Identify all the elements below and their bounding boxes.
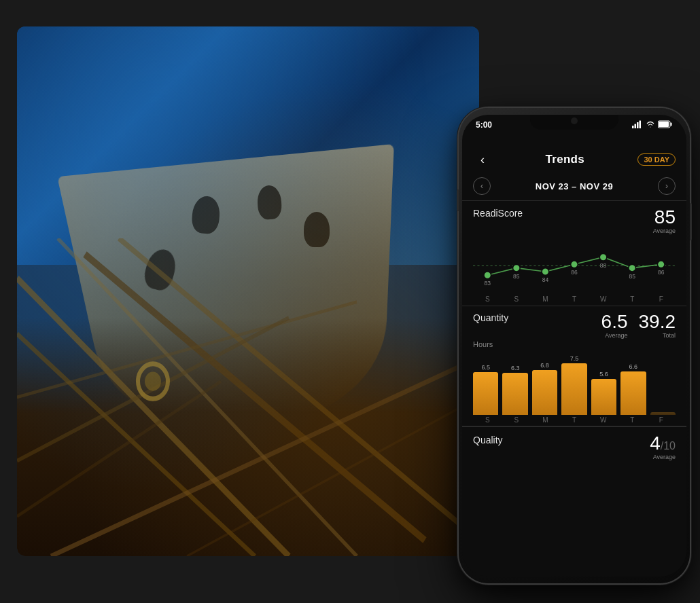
day-badge[interactable]: 30 DAY — [637, 153, 676, 166]
bar-group-7 — [650, 355, 676, 415]
notch — [530, 115, 618, 130]
svg-text:84: 84 — [542, 276, 549, 282]
next-date-button[interactable]: › — [658, 177, 676, 195]
bar-3 — [532, 370, 557, 415]
quantity-bar-chart: 6.5 6.3 6.8 — [462, 351, 686, 426]
svg-rect-13 — [635, 124, 637, 129]
day-label-s1: S — [473, 295, 502, 303]
svg-rect-15 — [640, 121, 642, 129]
screen-content: ‹ Trends 30 DAY ‹ NOV 23 – NOV 29 › — [462, 145, 686, 577]
camera-dot — [571, 117, 578, 124]
bar-group-1: 6.5 — [473, 355, 498, 415]
bar-day-w: W — [589, 416, 618, 424]
bar-day-f: F — [646, 416, 676, 424]
nav-header: ‹ Trends 30 DAY — [462, 145, 686, 175]
bar-7 — [650, 412, 676, 415]
bar-label-2: 6.3 — [511, 365, 520, 371]
bar-day-t1: T — [560, 416, 589, 424]
quantity-header: Quantity 6.5 Average 39.2 Total — [473, 312, 676, 339]
bar-label-1: 6.5 — [481, 364, 490, 371]
svg-point-23 — [571, 261, 578, 268]
bar-2 — [502, 373, 527, 415]
quality-label: Quality — [473, 435, 503, 445]
svg-point-22 — [542, 268, 549, 275]
bar-group-4: 7.5 — [561, 355, 587, 415]
bar-label-4: 7.5 — [570, 355, 579, 362]
svg-text:85: 85 — [513, 272, 520, 279]
quality-left: Quality — [473, 434, 503, 446]
back-button[interactable]: ‹ — [473, 150, 492, 169]
phone-frame: 5:00 — [459, 108, 690, 583]
quantity-section: Quantity 6.5 Average 39.2 Total — [462, 306, 686, 351]
day-label-t2: T — [618, 295, 647, 303]
svg-point-24 — [599, 253, 607, 261]
svg-text:86: 86 — [571, 269, 578, 276]
phone-screen: 5:00 — [462, 115, 686, 577]
quantity-values: 6.5 Average 39.2 Total — [601, 312, 676, 339]
bar-group-6: 6.6 — [620, 355, 646, 415]
wifi-icon — [646, 120, 655, 128]
quantity-average-group: 6.5 Average — [601, 312, 628, 339]
quality-numerator: 4 — [650, 434, 661, 453]
svg-text:85: 85 — [629, 272, 635, 279]
svg-point-20 — [484, 271, 491, 278]
scene: 5:00 — [10, 13, 690, 590]
bars-container: 6.5 6.3 6.8 — [473, 355, 676, 415]
bar-label-5: 5.6 — [599, 371, 608, 378]
date-nav: ‹ NOV 23 – NOV 29 › — [462, 175, 686, 200]
phone-wrapper: 5:00 — [459, 108, 690, 583]
bar-1 — [473, 372, 498, 415]
quantity-unit-row: Hours — [473, 340, 676, 348]
svg-rect-17 — [659, 122, 669, 127]
quantity-total-label: Total — [639, 332, 676, 339]
quality-right: 4 /10 Average — [650, 434, 676, 460]
readiscore-header: ReadiScore 85 Average — [473, 208, 676, 234]
bar-day-m: M — [531, 416, 560, 424]
bar-6 — [620, 371, 646, 415]
svg-text:88: 88 — [600, 261, 607, 268]
svg-rect-14 — [637, 122, 639, 128]
readiscore-value-group: 85 Average — [653, 208, 676, 234]
day-label-f: F — [646, 295, 676, 303]
svg-point-21 — [513, 264, 521, 272]
svg-text:86: 86 — [658, 269, 665, 276]
readiscore-day-labels: S S M T W T F — [473, 293, 676, 303]
svg-point-25 — [629, 264, 636, 272]
quantity-average-label: Average — [601, 332, 628, 339]
date-range: NOV 23 – NOV 29 — [536, 181, 613, 191]
svg-rect-18 — [671, 123, 672, 126]
bar-day-s2: S — [502, 416, 531, 424]
signal-icon — [632, 120, 643, 128]
quality-sublabel: Average — [650, 454, 676, 460]
svg-text:83: 83 — [485, 280, 491, 287]
quantity-average-value: 6.5 — [601, 312, 628, 331]
quality-section: Quality 4 /10 Average — [462, 426, 686, 463]
battery-icon — [658, 120, 673, 128]
line-chart-svg: 83 85 84 86 88 85 86 — [473, 242, 676, 290]
day-label-s2: S — [502, 295, 531, 303]
readiscore-value: 85 — [653, 208, 676, 227]
background-photo — [17, 26, 479, 556]
bar-day-t2: T — [618, 416, 647, 424]
bar-group-3: 6.8 — [532, 355, 557, 415]
status-icons — [632, 120, 673, 128]
bar-label-3: 6.8 — [540, 362, 549, 369]
power-button — [690, 203, 692, 240]
readiscore-label: ReadiScore — [473, 208, 523, 219]
quality-denominator: /10 — [661, 441, 676, 452]
bar-day-s1: S — [473, 416, 502, 424]
quantity-label: Quantity — [473, 312, 508, 323]
bar-group-5: 5.6 — [591, 355, 616, 415]
readiscore-chart: 83 85 84 86 88 85 86 S S M — [462, 238, 686, 306]
prev-date-button[interactable]: ‹ — [473, 177, 491, 195]
day-label-t1: T — [560, 295, 589, 303]
quantity-unit: Hours — [473, 340, 493, 348]
svg-rect-12 — [632, 126, 634, 128]
quantity-total-group: 39.2 Total — [639, 312, 676, 339]
bar-label-6: 6.6 — [629, 363, 638, 370]
readiscore-section: ReadiScore 85 Average — [462, 201, 686, 238]
day-label-m: M — [531, 295, 560, 303]
day-label-w: W — [589, 295, 618, 303]
svg-point-26 — [657, 261, 665, 268]
readiscore-sublabel: Average — [653, 227, 676, 234]
